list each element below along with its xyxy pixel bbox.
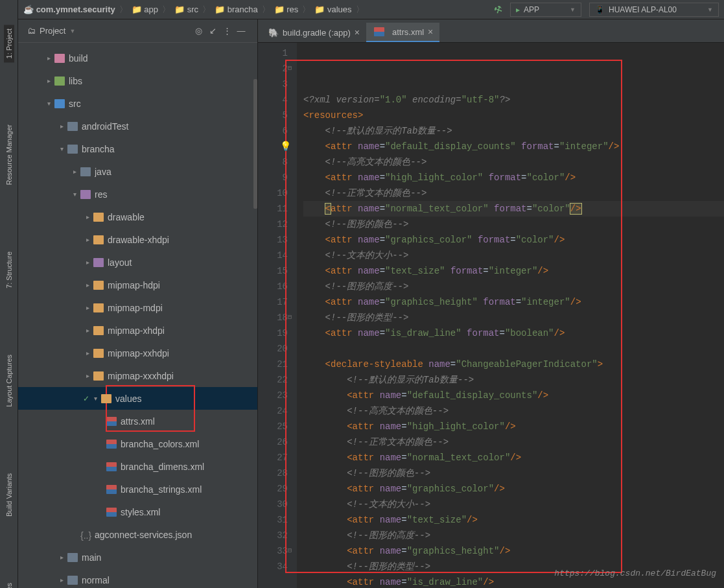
code-line-22[interactable]: <attr name="high_light_color"/>	[303, 419, 724, 434]
code-line-24[interactable]: <attr name="normal_text_color"/>	[303, 450, 724, 465]
code-line-18[interactable]: <declare-styleable name="ChangeablePager…	[303, 357, 724, 372]
expand-arrow-icon[interactable]	[57, 554, 66, 561]
bc-module[interactable]: ☕ com.ymnet.security	[23, 5, 115, 14]
code-line-5[interactable]: <!--高亮文本的颜色-->	[303, 154, 724, 170]
code-line-9[interactable]: <!--图形的颜色-->	[303, 217, 724, 232]
code-line-11[interactable]: <!--文本的大小-->	[303, 248, 724, 263]
tree-item-mipmap-mdpi[interactable]: mipmap-mdpi	[18, 296, 257, 319]
tree-item-attrs-xml[interactable]: attrs.xml	[18, 410, 257, 432]
bc-res[interactable]: 📁 res	[274, 5, 299, 14]
gutter-tab-layout-captures[interactable]: Layout Captures	[4, 351, 14, 411]
expand-arrow-icon[interactable]	[57, 145, 66, 152]
tree-item-libs[interactable]: libs	[18, 69, 257, 92]
tree-item-main[interactable]: main	[18, 546, 257, 569]
code-line-6[interactable]: <attr name="high_light_color" format="co…	[303, 170, 724, 185]
expand-arrow-icon[interactable]	[83, 236, 92, 243]
code-line-12[interactable]: <attr name="text_size" format="integer"/…	[303, 263, 724, 279]
run-config-selector[interactable]: ▸APP▼	[510, 3, 581, 17]
code-line-16[interactable]: <attr name="is_draw_line" format="boolea…	[303, 325, 724, 341]
code-line-25[interactable]: <!--图形的颜色-->	[303, 465, 724, 481]
expand-arrow-icon[interactable]	[83, 213, 92, 220]
tree-item-mipmap-hdpi[interactable]: mipmap-hdpi	[18, 274, 257, 296]
intention-bulb-icon[interactable]: 💡	[280, 139, 291, 154]
device-selector[interactable]: 📱HUAWEI ALP-AL00▼	[589, 3, 719, 17]
code-line-8[interactable]: <attr name="normal_text_color" format="c…	[303, 201, 724, 217]
expand-arrow-icon[interactable]	[83, 259, 92, 266]
tree-item-src[interactable]: src	[18, 92, 257, 115]
code-line-21[interactable]: <!--高亮文本的颜色-->	[303, 403, 724, 419]
expand-arrow-icon[interactable]	[44, 77, 53, 84]
project-view-selector[interactable]: 🗂 Project ▼	[27, 26, 75, 36]
code-line-19[interactable]: <!--默认的显示的Tab数量-->	[303, 372, 724, 388]
code-line-13[interactable]: <!--图形的高度-->	[303, 279, 724, 294]
code-line-3[interactable]: <!--默认的显示的Tab数量-->	[303, 123, 724, 139]
code-line-7[interactable]: <!--正常文本的颜色-->	[303, 185, 724, 201]
fold-icon[interactable]: ⊟	[288, 543, 292, 559]
tree-item-drawable-xhdpi[interactable]: drawable-xhdpi	[18, 228, 257, 251]
fold-icon[interactable]: ⊟	[288, 310, 292, 325]
code-line-26[interactable]: <attr name="graphics_color"/>	[303, 481, 724, 497]
code-line-29[interactable]: <!--图形的高度-->	[303, 528, 724, 543]
close-tab-icon[interactable]: ×	[355, 27, 360, 38]
gutter-tab-project[interactable]: 1: Project	[4, 25, 14, 62]
gutter-tab-favorites[interactable]: 2: Favorites	[4, 579, 14, 588]
tree-item-brancha[interactable]: brancha	[18, 137, 257, 160]
expand-arrow-icon[interactable]	[57, 576, 66, 583]
gutter-tab-build-variants[interactable]: Build Variants	[4, 469, 14, 521]
close-tab-icon[interactable]: ×	[428, 27, 433, 37]
tree-item-normal[interactable]: normal	[18, 569, 257, 588]
collapse-icon[interactable]: ↙	[205, 26, 220, 36]
expand-arrow-icon[interactable]	[83, 304, 92, 311]
settings-icon[interactable]: ⋮	[220, 26, 234, 36]
code-line-27[interactable]: <!--文本的大小-->	[303, 497, 724, 512]
expand-arrow-icon[interactable]	[83, 327, 92, 334]
code-line-2[interactable]: <resources>	[303, 108, 724, 123]
editor-tab-build-gradle-app-[interactable]: 🐘build.gradle (:app)×	[262, 23, 366, 42]
tree-scrollbar[interactable]	[253, 79, 257, 209]
editor-body[interactable]: 1234567891011121314151617181920212223242…	[258, 43, 724, 588]
build-icon[interactable]: ⚒	[492, 3, 504, 16]
target-icon[interactable]: ◎	[191, 26, 205, 36]
code-line-20[interactable]: <attr name="default_display_counts"/>	[303, 388, 724, 403]
tree-item-mipmap-xhdpi[interactable]: mipmap-xhdpi	[18, 319, 257, 342]
code-line-30[interactable]: <attr name="graphics_height"/>	[303, 543, 724, 559]
tree-item-androidtest[interactable]: androidTest	[18, 115, 257, 137]
expand-arrow-icon[interactable]	[44, 54, 53, 62]
tree-item-mipmap-xxxhdpi[interactable]: mipmap-xxxhdpi	[18, 364, 257, 387]
code-content[interactable]: <?xml version="1.0" encoding="utf-8"?><r…	[297, 43, 724, 588]
tree-item-res[interactable]: res	[18, 183, 257, 206]
bc-src[interactable]: 📁 src	[174, 5, 198, 14]
tree-item-values[interactable]: ✓values	[18, 387, 257, 410]
hide-icon[interactable]: —	[234, 26, 248, 36]
bc-brancha[interactable]: 📁 brancha	[215, 5, 258, 14]
bc-values[interactable]: 📁 values	[314, 5, 351, 14]
gutter-tab-structure[interactable]: 7: Structure	[4, 248, 14, 292]
expand-arrow-icon[interactable]	[57, 123, 66, 130]
gutter-tab-resource-manager[interactable]: Resource Manager	[4, 121, 14, 189]
code-line-1[interactable]: <?xml version="1.0" encoding="utf-8"?>	[303, 92, 724, 108]
code-line-28[interactable]: <attr name="text_size"/>	[303, 512, 724, 528]
tree-item-agconnect-services-json[interactable]: {..}agconnect-services.json	[18, 523, 257, 546]
tree-item-styles-xml[interactable]: styles.xml	[18, 500, 257, 523]
code-line-4[interactable]: <attr name="default_display_counts" form…	[303, 139, 724, 154]
tree-item-build[interactable]: build	[18, 47, 257, 69]
tree-item-brancha-colors-xml[interactable]: brancha_colors.xml	[18, 432, 257, 455]
code-line-17[interactable]	[303, 341, 724, 357]
expand-arrow-icon[interactable]	[83, 372, 92, 379]
tree-item-drawable[interactable]: drawable	[18, 206, 257, 228]
code-line-14[interactable]: <attr name="graphics_height" format="int…	[303, 294, 724, 310]
project-tree[interactable]: buildlibssrcandroidTestbranchajavaresdra…	[18, 43, 257, 588]
expand-arrow-icon[interactable]	[83, 281, 92, 288]
tree-item-brancha-strings-xml[interactable]: brancha_strings.xml	[18, 478, 257, 500]
editor-tab-attrs-xml[interactable]: attrs.xml×	[366, 23, 439, 42]
expand-arrow-icon[interactable]	[70, 168, 79, 175]
code-line-10[interactable]: <attr name="graphics_color" format="colo…	[303, 232, 724, 248]
breadcrumb[interactable]: ☕ com.ymnet.security〉 📁 app〉 📁 src〉 📁 br…	[23, 4, 494, 16]
expand-arrow-icon[interactable]	[70, 191, 79, 198]
tree-item-java[interactable]: java	[18, 160, 257, 183]
expand-arrow-icon[interactable]	[44, 100, 53, 107]
expand-arrow-icon[interactable]	[91, 395, 100, 402]
code-line-15[interactable]: <!--图形的类型-->	[303, 310, 724, 325]
tree-item-mipmap-xxhdpi[interactable]: mipmap-xxhdpi	[18, 342, 257, 364]
tree-item-brancha-dimens-xml[interactable]: brancha_dimens.xml	[18, 455, 257, 478]
